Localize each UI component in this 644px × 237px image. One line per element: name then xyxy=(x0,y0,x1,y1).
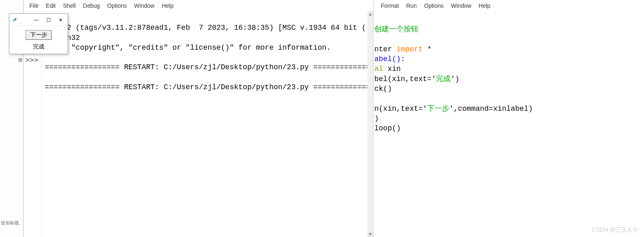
code-l2a: nter xyxy=(374,45,396,53)
code-l5a: bel(xin,text=' xyxy=(374,75,436,83)
watermark: CSDN @三玉人士 xyxy=(592,226,638,234)
tk-feather-icon xyxy=(12,17,18,23)
code-l5c: ') xyxy=(451,75,459,83)
menu-debug[interactable]: Debug xyxy=(80,2,103,10)
code-l9: loop() xyxy=(374,124,401,132)
menu-run[interactable]: Run xyxy=(403,2,420,10)
menu-options-2[interactable]: Options xyxy=(421,2,447,10)
shell-scrollbar[interactable]: ▲ ▼ xyxy=(367,11,373,237)
code-l5b: 完成 xyxy=(436,75,451,83)
sidebar-undo-label: 撤 xyxy=(18,57,22,63)
menu-shell[interactable]: Shell xyxy=(60,2,79,10)
shell-line-help: elp", "copyright", "credits" or "license… xyxy=(45,44,331,52)
menu-help-2[interactable]: Help xyxy=(475,2,494,10)
tk-body: 下一步 完成 xyxy=(9,26,68,54)
editor-menubar: Format Run Options Window Help xyxy=(374,0,644,11)
code-l7b: 下一步 xyxy=(427,105,449,113)
tk-next-button[interactable]: 下一步 xyxy=(26,30,52,40)
shell-output[interactable]: 3.11.2 (tags/v3.11.2:878ead1, Feb 7 2023… xyxy=(42,11,367,237)
menu-options[interactable]: Options xyxy=(104,2,130,10)
idle-editor-window: Format Run Options Window Help 创建一个按钮 nt… xyxy=(374,0,644,237)
menu-help[interactable]: Help xyxy=(158,2,177,10)
tk-maximize-button[interactable]: ☐ xyxy=(42,15,55,24)
tk-close-button[interactable]: ✕ xyxy=(55,15,67,24)
scroll-up-icon[interactable]: ▲ xyxy=(367,11,373,17)
code-l7c: ',command=xinlabel) xyxy=(449,105,533,113)
shell-restart-2: ================= RESTART: C:/Users/zjl/… xyxy=(45,83,367,91)
tk-titlebar[interactable]: — ☐ ✕ xyxy=(9,14,68,26)
code-l2c: * xyxy=(423,45,432,53)
menu-format[interactable]: Format xyxy=(378,2,402,10)
code-l4b: xin xyxy=(383,65,401,73)
sidebar-add-title-label: 曾加标题, xyxy=(1,220,20,226)
code-import-kw: import xyxy=(396,45,423,53)
code-l3: abel(): xyxy=(374,55,405,63)
code-l7a: n(xin,text=' xyxy=(374,105,427,113)
tk-app-window: — ☐ ✕ 下一步 完成 xyxy=(9,13,68,54)
code-l8: ) xyxy=(374,114,379,123)
shell-menubar: File Edit Shell Debug Options Window Hel… xyxy=(24,0,373,11)
tk-minimize-button[interactable]: — xyxy=(30,15,42,24)
scroll-down-icon[interactable]: ▼ xyxy=(367,231,373,237)
shell-restart-1: ================= RESTART: C:/Users/zjl/… xyxy=(45,63,367,71)
code-comment: 创建一个按钮 xyxy=(374,25,418,33)
menu-edit[interactable]: Edit xyxy=(43,2,59,10)
editor-body[interactable]: 创建一个按钮 nter import * abel(): al xin bel(… xyxy=(374,11,644,135)
code-l6: ck() xyxy=(374,85,392,93)
menu-window[interactable]: Window xyxy=(131,2,158,10)
shell-prompt: >>> xyxy=(25,55,39,64)
code-global-kw: al xyxy=(374,65,383,73)
menu-window-2[interactable]: Window xyxy=(448,2,475,10)
tk-done-label: 完成 xyxy=(33,43,44,50)
menu-file[interactable]: File xyxy=(26,2,42,10)
idle-shell-window: File Edit Shell Debug Options Window Hel… xyxy=(23,0,374,237)
shell-line-version: 3.11.2 (tags/v3.11.2:878ead1, Feb 7 2023… xyxy=(45,24,366,32)
tk-window-controls: — ☐ ✕ xyxy=(30,15,67,24)
